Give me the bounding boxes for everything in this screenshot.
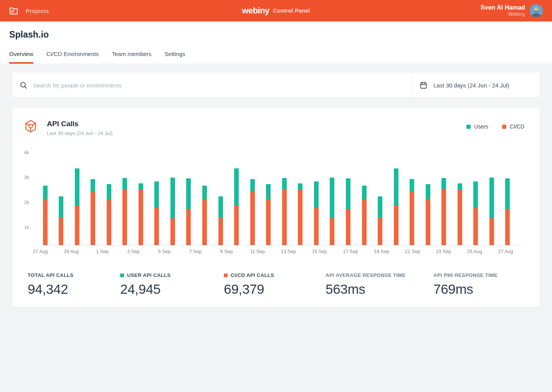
bar-cicd-segment	[218, 218, 223, 245]
projects-nav-label: Projects	[26, 8, 49, 14]
x-axis-tick-6: 7 Sep	[189, 249, 202, 254]
bar-cicd-segment	[170, 218, 175, 245]
tab-ci-cd-environments[interactable]: CI/CD Environments	[46, 51, 99, 64]
search-input[interactable]	[33, 82, 403, 89]
bar-cicd-segment	[250, 191, 255, 245]
bar-users-segment	[107, 184, 111, 199]
x-axis-tick-4: 3 Sep	[127, 249, 140, 254]
bar-users-segment	[378, 196, 382, 217]
legend-item-ci-cd: CI/CD	[502, 124, 524, 130]
legend-label: Users	[474, 124, 488, 130]
user-company: Webiny	[481, 12, 525, 18]
y-axis-tick-2k: 2k	[24, 200, 29, 205]
bar-day-24	[410, 179, 414, 245]
bar-cicd-segment	[426, 199, 430, 245]
card-title-block: API Calls Last 30 days (24 Jun - 24 Jul)	[47, 120, 112, 136]
stat-api-average-response-time: API AVERAGE RESPONSE TIME563ms	[326, 272, 433, 297]
tab-team-members[interactable]: Team members	[112, 51, 151, 64]
bar-users-segment	[458, 183, 462, 190]
stat-label: TOTAL API CALLS	[28, 272, 120, 278]
bar-day-18	[314, 181, 319, 245]
bar-users-segment	[170, 178, 175, 219]
bar-users-segment	[43, 186, 48, 199]
bar-day-5	[107, 184, 111, 245]
bar-day-3	[75, 168, 79, 245]
content-area: Last 30 days (24 Jun - 24 Jul) API Calls…	[0, 64, 552, 307]
webiny-logo: webiny	[242, 6, 269, 16]
bar-day-26	[441, 178, 446, 245]
top-bar: Projects webiny Control Panel Sven Al Ha…	[0, 0, 552, 21]
x-axis-tick-8: 11 Sep	[250, 249, 265, 254]
bar-cicd-segment	[314, 208, 319, 245]
legend-swatch	[466, 125, 471, 129]
bar-cicd-segment	[91, 191, 95, 245]
tab-bar: OverviewCI/CD EnvironmentsTeam membersSe…	[9, 51, 543, 64]
bar-cicd-segment	[202, 199, 207, 245]
bar-users-segment	[234, 168, 239, 206]
api-calls-card: API Calls Last 30 days (24 Jun - 24 Jul)…	[12, 107, 540, 307]
bar-cicd-segment	[282, 189, 287, 245]
stats-row: TOTAL API CALLS94,342USER API CALLS24,94…	[28, 272, 524, 297]
card-subtitle: Last 30 days (24 Jun - 24 Jul)	[47, 130, 112, 136]
x-axis-tick-5: 5 Sep	[158, 249, 171, 254]
chart-legend: UsersCI/CD	[466, 124, 524, 130]
stat-value: 563ms	[326, 282, 433, 297]
bar-day-20	[346, 178, 350, 245]
x-axis-tick-3: 1 Sep	[96, 249, 109, 254]
x-axis-tick-1: 27 Aug	[33, 249, 48, 254]
search-icon	[20, 82, 27, 89]
bar-day-17	[298, 183, 302, 245]
bar-cicd-segment	[410, 191, 414, 245]
bar-users-segment	[298, 183, 302, 190]
app-brand: webiny Control Panel	[242, 0, 310, 21]
y-axis-tick-3k: 3k	[24, 175, 29, 180]
stat-total-api-calls: TOTAL API CALLS94,342	[28, 272, 120, 297]
bar-users-segment	[154, 181, 159, 208]
x-axis-tick-16: 27 Aug	[498, 249, 513, 254]
tab-settings[interactable]: Settings	[165, 51, 185, 64]
bar-cicd-segment	[298, 190, 302, 245]
bar-day-10	[186, 178, 191, 245]
avatar[interactable]	[530, 4, 543, 17]
user-name: Sven Al Hamad	[481, 4, 525, 12]
bar-cicd-segment	[75, 206, 79, 245]
stat-label-text: USER API CALLS	[127, 272, 170, 278]
card-header: API Calls Last 30 days (24 Jun - 24 Jul)…	[12, 107, 540, 136]
bar-day-27	[458, 183, 462, 245]
search-box[interactable]	[12, 73, 411, 97]
stat-label: API AVERAGE RESPONSE TIME	[326, 272, 433, 278]
stat-label-text: API P90 RESPONSE TIME	[433, 272, 497, 278]
bar-day-12	[218, 196, 223, 245]
control-panel-label: Control Panel	[273, 8, 310, 14]
tab-overview[interactable]: Overview	[9, 51, 33, 64]
bar-day-7	[139, 183, 143, 245]
legend-label: CI/CD	[510, 124, 524, 130]
bar-cicd-segment	[441, 189, 446, 245]
stat-value: 24,945	[120, 282, 224, 297]
bar-cicd-segment	[266, 199, 271, 245]
projects-nav[interactable]: Projects	[9, 7, 49, 15]
legend-item-users: Users	[466, 124, 488, 130]
bar-cicd-segment	[154, 208, 159, 245]
bar-users-segment	[489, 178, 494, 219]
date-range-picker[interactable]: Last 30 days (24 Jun - 24 Jul)	[412, 73, 540, 97]
stat-value: 69,379	[224, 282, 326, 297]
bar-users-segment	[362, 186, 367, 199]
stat-value: 769ms	[433, 282, 524, 297]
bar-cicd-segment	[330, 218, 334, 245]
bar-cicd-segment	[186, 209, 191, 245]
calendar-icon	[420, 82, 427, 89]
x-axis-tick-7: 9 Sep	[220, 249, 233, 254]
bar-day-9	[170, 178, 175, 245]
x-axis-tick-15: 25 Aug	[467, 249, 482, 254]
bar-cicd-segment	[43, 199, 48, 245]
bar-users-segment	[250, 179, 255, 192]
x-axis-tick-10: 15 Sep	[312, 249, 327, 254]
legend-swatch	[502, 125, 506, 129]
bar-users-segment	[139, 183, 143, 190]
x-axis-tick-13: 21 Sep	[405, 249, 420, 254]
stat-label: USER API CALLS	[120, 272, 224, 278]
x-axis-tick-11: 17 Sep	[343, 249, 358, 254]
user-menu[interactable]: Sven Al Hamad Webiny	[481, 4, 543, 18]
stat-label-text: CI/CD API CALLS	[231, 272, 274, 278]
